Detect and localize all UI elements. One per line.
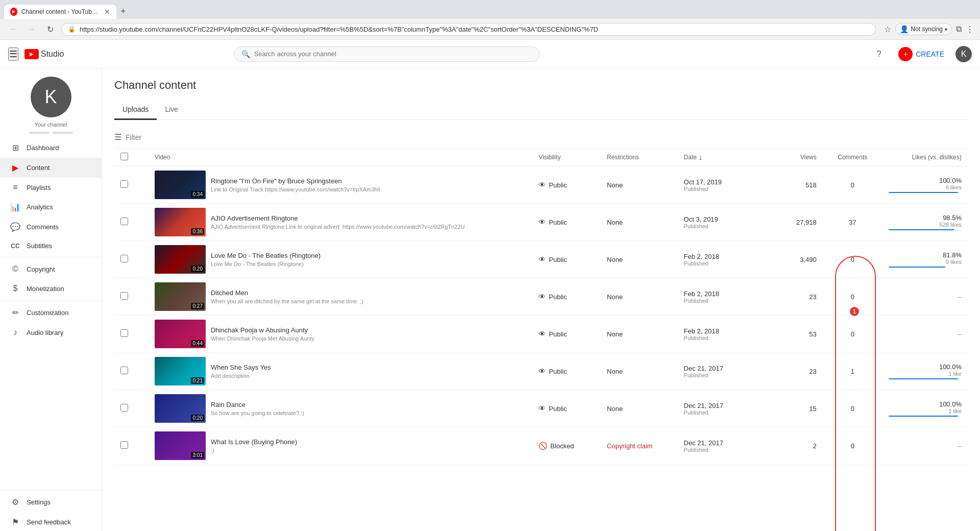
video-cell: 0:21 When She Says Yes Add description: [149, 353, 532, 390]
playlists-label: Playlists: [27, 184, 51, 191]
restrictions-cell: None: [601, 278, 677, 316]
sidebar-item-analytics[interactable]: 📊 Analytics: [0, 197, 102, 217]
bookmark-icon[interactable]: ☆: [884, 25, 891, 34]
video-thumbnail[interactable]: 0:20: [155, 394, 206, 423]
row-checkbox[interactable]: [120, 255, 128, 262]
video-info: Rain Dance So how are you going to celeb…: [211, 401, 526, 416]
row-checkbox[interactable]: [120, 367, 128, 374]
date-value: Oct 17, 2019: [684, 178, 757, 186]
likes-dash: –: [958, 442, 962, 450]
search-input[interactable]: [254, 50, 532, 58]
video-info: Love Me Do - The Beatles (Ringtone) Love…: [211, 252, 526, 267]
extensions-icon[interactable]: ⧉: [956, 25, 962, 34]
video-duration: 0:34: [191, 191, 204, 198]
tab-uploads[interactable]: Uploads: [114, 100, 157, 120]
select-all-checkbox[interactable]: [120, 153, 128, 160]
video-title[interactable]: Dhinchak Pooja w Abusing Aunty: [211, 326, 526, 334]
browser-actions: ☆ 👤 Not syncing ▾ ⧉ ⋮: [884, 23, 974, 35]
visibility-label: Public: [549, 330, 567, 338]
row-checkbox[interactable]: [120, 292, 128, 300]
likes-bar: [889, 229, 954, 230]
date-cell: Feb 2, 2018Published: [678, 278, 763, 316]
new-tab-button[interactable]: +: [116, 4, 130, 19]
th-date[interactable]: Date ↓: [678, 149, 763, 166]
browser-menu-button[interactable]: ⋮: [966, 25, 974, 34]
back-button[interactable]: ←: [6, 22, 20, 36]
sidebar-item-monetization[interactable]: $ Monetization: [0, 279, 102, 298]
video-title[interactable]: What Is Love (Buying Phone): [211, 438, 526, 446]
video-title[interactable]: Rain Dance: [211, 401, 526, 408]
sidebar-item-copyright[interactable]: © Copyright: [0, 259, 102, 279]
visibility-label: Blocked: [550, 442, 574, 450]
filter-input[interactable]: [126, 133, 968, 141]
sidebar-item-settings[interactable]: ⚙ Settings: [0, 492, 102, 512]
sidebar-item-dashboard[interactable]: ⊞ Dashboard: [0, 138, 102, 158]
likes-cell: 98.5% 528 likes: [883, 204, 968, 241]
not-syncing-button[interactable]: 👤 Not syncing ▾: [895, 23, 952, 35]
comments-cell: 0: [823, 390, 883, 427]
sidebar-item-comments[interactable]: 💬 Comments: [0, 217, 102, 237]
dashboard-label: Dashboard: [27, 144, 59, 152]
visibility-cell: 👁Public: [532, 204, 601, 241]
sidebar-item-content[interactable]: ▶ Content: [0, 158, 102, 178]
video-title[interactable]: Ringtone "I'm On Fire" by Bruce Springst…: [211, 177, 526, 185]
video-info: Dhinchak Pooja w Abusing Aunty When Dhin…: [211, 326, 526, 342]
row-checkbox[interactable]: [120, 218, 128, 225]
sidebar-item-audio-library[interactable]: ♪ Audio library: [0, 323, 102, 342]
yt-logo: Studio: [24, 49, 64, 59]
row-checkbox[interactable]: [120, 404, 128, 412]
video-title[interactable]: When She Says Yes: [211, 364, 526, 371]
date-status: Published: [684, 298, 757, 304]
date-status: Published: [684, 260, 757, 267]
sidebar-item-customization[interactable]: ✏ Customization: [0, 303, 102, 323]
row-checkbox[interactable]: [120, 441, 128, 449]
help-button[interactable]: ?: [871, 46, 887, 62]
restrictions-cell: None: [601, 204, 677, 241]
row-checkbox[interactable]: [120, 329, 128, 337]
video-cell: 0:34 Ringtone "I'm On Fire" by Bruce Spr…: [149, 166, 532, 204]
th-select-all[interactable]: [114, 149, 149, 166]
video-title[interactable]: AJIO Advertisement Ringtone: [211, 214, 526, 222]
video-cell: 0:44 Dhinchak Pooja w Abusing Aunty When…: [149, 316, 532, 353]
copyright-label: Copyright: [27, 266, 55, 273]
video-thumbnail[interactable]: 0:27: [155, 282, 206, 311]
video-thumbnail[interactable]: 0:44: [155, 320, 206, 348]
visibility-label: Public: [549, 181, 567, 189]
forward-button[interactable]: →: [24, 22, 39, 36]
active-tab[interactable]: Channel content - YouTube Stu... ✕: [4, 5, 116, 19]
user-avatar-button[interactable]: K: [955, 46, 972, 62]
tab-close-button[interactable]: ✕: [104, 8, 110, 16]
sidebar-item-feedback[interactable]: ⚑ Send feedback: [0, 512, 102, 531]
feedback-icon: ⚑: [10, 517, 20, 527]
video-thumbnail[interactable]: 0:21: [155, 357, 206, 385]
tab-live[interactable]: Live: [157, 100, 186, 120]
sidebar-item-playlists[interactable]: ≡ Playlists: [0, 178, 102, 197]
video-thumbnail[interactable]: 3:01: [155, 431, 206, 460]
hamburger-menu[interactable]: ☰: [8, 47, 18, 61]
video-cell: 0:27 Ditched Men When you all are ditche…: [149, 278, 532, 316]
likes-bar: [889, 192, 958, 193]
reload-button[interactable]: ↻: [43, 22, 57, 36]
likes-percentage: 98.5%: [889, 214, 962, 222]
video-thumbnail[interactable]: 0:34: [155, 171, 206, 199]
table-row: 0:36 AJIO Advertisement Ringtone AJIO Ad…: [114, 204, 968, 241]
video-title[interactable]: Ditched Men: [211, 289, 526, 297]
sidebar-item-subtitles[interactable]: CC Subtitles: [0, 237, 102, 255]
row-checkbox-cell: [114, 166, 149, 204]
nav-divider-1: [0, 257, 102, 257]
content-icon: ▶: [10, 163, 20, 173]
video-duration: 0:21: [191, 377, 204, 384]
video-thumbnail[interactable]: 0:36: [155, 208, 206, 236]
likes-count: 9 likes: [889, 259, 962, 265]
video-title[interactable]: Love Me Do - The Beatles (Ringtone): [211, 252, 526, 259]
not-syncing-label: Not syncing: [911, 26, 943, 33]
row-checkbox[interactable]: [120, 180, 128, 188]
search-bar[interactable]: 🔍: [234, 46, 540, 62]
create-button[interactable]: + CREATE: [893, 44, 949, 64]
address-bar[interactable]: 🔒 https://studio.youtube.com/channel/UCF…: [61, 23, 876, 36]
studio-text: Studio: [41, 50, 64, 59]
create-icon: +: [898, 47, 913, 61]
likes-dash: –: [958, 293, 962, 301]
video-thumbnail[interactable]: 0:20: [155, 245, 206, 274]
likes-cell: –: [883, 316, 968, 353]
